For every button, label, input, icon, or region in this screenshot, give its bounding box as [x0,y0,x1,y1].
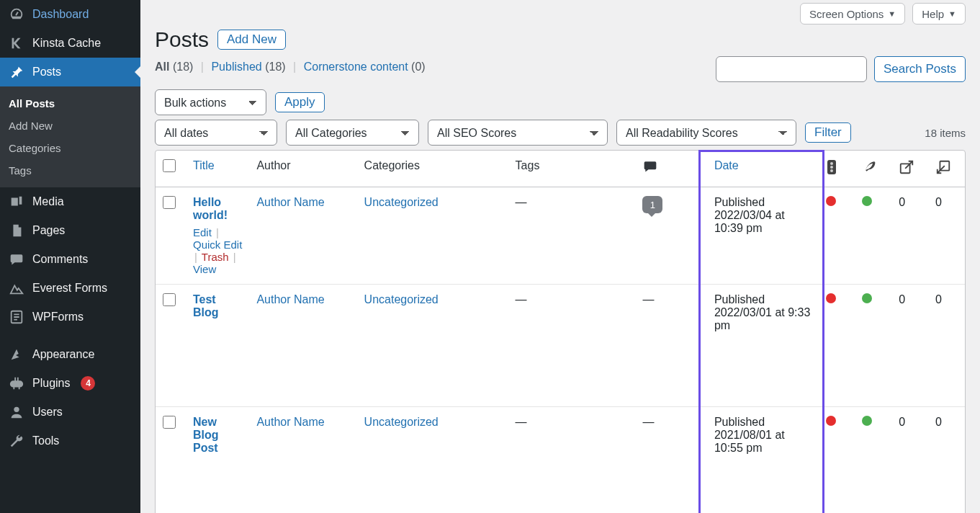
row-checkbox[interactable] [163,416,176,429]
table-row: New Blog PostAuthor NameUncategorized——P… [156,406,965,513]
readability-dot-icon [862,196,872,206]
sidebar-item-label: Users [32,406,63,419]
page-header: Posts Add New [155,24,966,52]
sidebar-item-label: Tools [32,434,59,447]
help-button[interactable]: Help ▼ [912,3,966,24]
comment-icon [642,159,658,174]
author-link[interactable]: Author Name [256,416,324,428]
sidebar-item-pages[interactable]: Pages [0,216,140,245]
category-link[interactable]: Uncategorized [364,416,439,428]
sidebar-item-dashboard[interactable]: Dashboard [0,0,140,29]
row-actions: Edit | Quick Edit | Trash | View [193,226,242,275]
readability-dot-icon [862,416,872,426]
row-checkbox[interactable] [163,293,176,306]
author-link[interactable]: Author Name [256,196,324,208]
sidebar-item-label: WPForms [32,311,84,324]
seo-cell [819,284,855,406]
apply-button[interactable]: Apply [275,92,325,112]
sidebar-subitem[interactable]: All Posts [0,92,140,115]
col-incoming-links [928,151,965,187]
links-in-cell: 0 [928,406,965,513]
readability-cell [855,406,891,513]
bulk-action-row: Bulk actions Apply [155,89,966,115]
sidebar-item-plugins[interactable]: Plugins4 [0,369,140,398]
wpforms-icon [9,309,24,325]
sidebar-item-label: Posts [32,66,61,79]
screen-options-button[interactable]: Screen Options ▼ [800,3,905,24]
filter-cornerstone[interactable]: Cornerstone content [304,61,408,73]
dates-filter[interactable]: All dates [155,120,277,146]
comments-cell: 1 [635,187,706,284]
sidebar-subitem[interactable]: Tags [0,159,140,182]
search-input[interactable] [716,56,867,82]
filter-published[interactable]: Published [211,61,261,73]
edit-link[interactable]: Edit [193,226,212,238]
sidebar-item-comments[interactable]: Comments [0,245,140,274]
sidebar-item-label: Kinsta Cache [32,37,101,50]
appearance-icon [9,347,24,362]
row-checkbox[interactable] [163,196,176,209]
links-in-cell: 0 [928,187,965,284]
sidebar-subitem[interactable]: Add New [0,115,140,137]
sidebar-item-kinsta[interactable]: Kinsta Cache [0,29,140,58]
links-out-cell: 0 [891,406,928,513]
post-title-link[interactable]: New Blog Post [193,416,219,454]
seo-dot-icon [826,416,836,426]
date-cell: Published2022/03/01 at 9:33 pm [707,284,819,406]
seo-cell [819,187,855,284]
items-count: 18 items [925,127,966,139]
admin-sidebar: DashboardKinsta CachePostsAll PostsAdd N… [0,0,140,513]
sidebar-item-label: Everest Forms [32,282,107,295]
add-new-button[interactable]: Add New [217,30,286,50]
media-icon [9,194,24,210]
users-icon [9,404,24,420]
links-out-cell: 0 [891,187,928,284]
seo-filter[interactable]: All SEO Scores [428,120,608,146]
sidebar-item-users[interactable]: Users [0,398,140,427]
category-link[interactable]: Uncategorized [364,196,439,208]
sidebar-subitem[interactable]: Categories [0,137,140,159]
pages-icon [9,223,24,238]
comments-icon [9,251,24,267]
col-author: Author [249,151,356,187]
filter-button[interactable]: Filter [805,122,851,143]
categories-filter[interactable]: All Categories [286,120,419,146]
links-in-cell: 0 [928,284,965,406]
sidebar-item-wpforms[interactable]: WPForms [0,303,140,331]
sidebar-item-appearance[interactable]: Appearance [0,340,140,369]
chevron-down-icon: ▼ [948,9,956,18]
sidebar-item-tools[interactable]: Tools [0,427,140,455]
trash-link[interactable]: Trash [202,251,229,263]
col-comments [635,151,706,187]
svg-point-3 [830,162,833,165]
traffic-light-icon [826,159,837,175]
table-row: Test BlogAuthor NameUncategorized——Publi… [156,284,965,406]
sidebar-item-media[interactable]: Media [0,187,140,216]
sidebar-item-posts[interactable]: Posts [0,58,140,86]
author-link[interactable]: Author Name [256,293,324,305]
readability-dot-icon [862,293,872,303]
sidebar-item-everest[interactable]: Everest Forms [0,274,140,303]
post-title-link[interactable]: Test Blog [193,293,219,318]
bulk-actions-select[interactable]: Bulk actions [155,89,266,115]
outgoing-link-icon [899,159,914,175]
col-date[interactable]: Date [714,159,739,171]
view-link[interactable]: View [193,263,216,275]
select-all-checkbox[interactable] [163,159,176,172]
col-title[interactable]: Title [193,159,215,171]
comment-count-bubble[interactable]: 1 [642,196,662,213]
content-area: Screen Options ▼ Help ▼ Posts Add New Al… [140,0,980,513]
category-link[interactable]: Uncategorized [364,293,439,305]
quick-edit-link[interactable]: Quick Edit [193,238,242,251]
filter-all-label[interactable]: All [155,61,169,73]
links-out-cell: 0 [891,284,928,406]
help-label: Help [922,8,944,20]
filter-cornerstone-count: (0) [411,61,426,73]
table-header-row: Title Author Categories Tags Date [156,151,965,187]
post-title-link[interactable]: Hello world! [193,196,228,221]
readability-filter[interactable]: All Readability Scores [616,120,796,146]
table-row: Hello world!Edit | Quick Edit | Trash | … [156,187,965,284]
sidebar-item-label: Comments [32,253,88,266]
search-posts-button[interactable]: Search Posts [874,56,966,82]
comments-cell: — [635,406,706,513]
